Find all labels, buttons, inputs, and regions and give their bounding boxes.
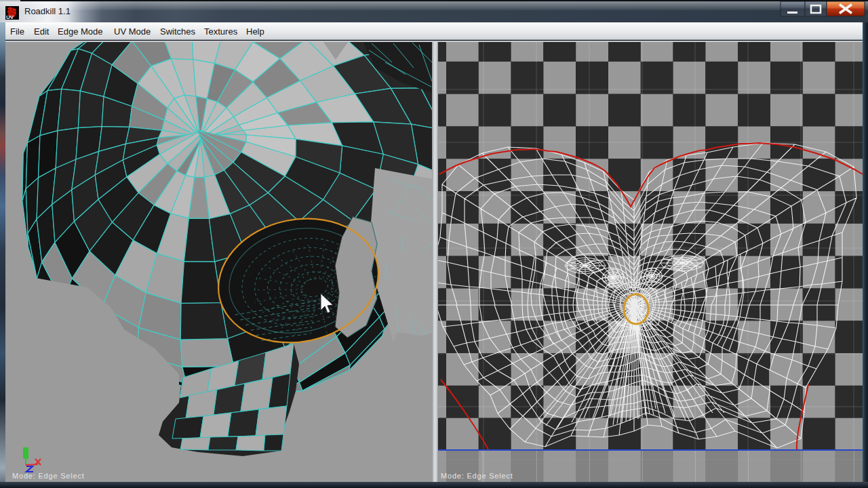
svg-text:UV: UV <box>6 14 14 20</box>
